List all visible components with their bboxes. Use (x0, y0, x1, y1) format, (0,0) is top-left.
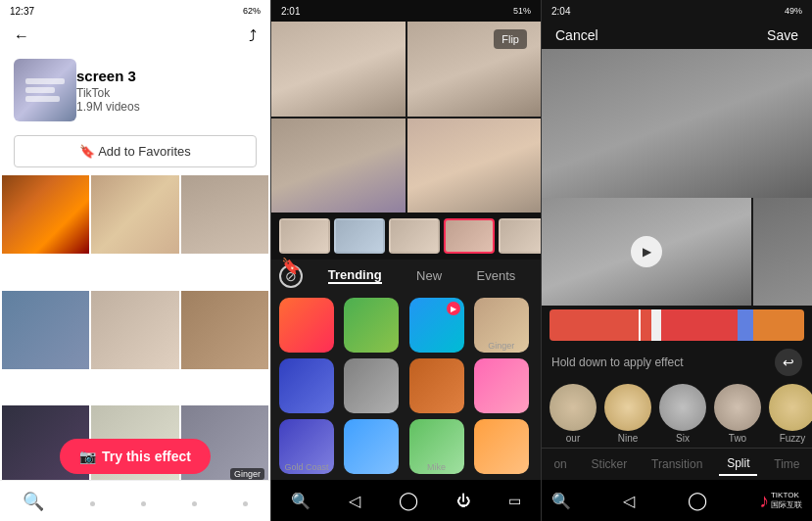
tab-on[interactable]: on (546, 453, 574, 475)
effect-icon-goldcoast[interactable]: Gold Coast (279, 419, 334, 474)
screen2-status-bar: 2:01 51% (271, 0, 541, 22)
hold-text: Hold down to apply effect (551, 355, 684, 369)
effect-col-5: Fuzzy (769, 384, 812, 444)
home-icon[interactable]: ◯ (399, 490, 418, 511)
effect-info: screen 3 TikTok 1.9M videos (76, 68, 140, 114)
tab-time[interactable]: Time (766, 453, 807, 475)
search-icon[interactable]: 🔍 (23, 491, 44, 512)
preview-bottom-video: ▶ (542, 198, 751, 306)
effect-circle[interactable] (549, 384, 597, 431)
preset-item[interactable] (279, 218, 330, 254)
search-icon[interactable]: 🔍 (291, 492, 310, 510)
effect-icon[interactable] (279, 298, 334, 353)
grid-item[interactable] (181, 291, 268, 369)
undo-button[interactable]: ↩ (775, 349, 802, 376)
tab-events[interactable]: Events (477, 268, 516, 283)
preview-bottom-strip: ▶ (542, 198, 812, 306)
effect-circle[interactable] (769, 384, 812, 431)
camera-preview (271, 22, 541, 213)
effect-icon[interactable]: ▶ (409, 298, 464, 353)
effects-tabs: Trending New Events (310, 261, 533, 290)
effect-icon[interactable] (344, 419, 399, 474)
try-effect-button[interactable]: 📷 Try this effect (60, 439, 211, 474)
back-icon[interactable]: ◁ (349, 492, 360, 510)
add-favorites-label: Add to Favorites (98, 144, 191, 159)
effect-icon-ginger[interactable]: Ginger (474, 298, 529, 353)
video-preview: ▶ (542, 49, 812, 306)
save-button[interactable]: Save (767, 27, 798, 43)
effect-icon[interactable] (344, 358, 399, 413)
search-icon[interactable]: 🔍 (551, 492, 571, 510)
grid-item[interactable] (91, 291, 178, 369)
home-icon[interactable]: ◯ (688, 490, 707, 511)
cam-cell-bottomright (407, 118, 542, 213)
back-icon[interactable] (14, 27, 29, 45)
timeline-segment-blue (738, 309, 753, 341)
effect-label: Two (729, 433, 746, 444)
effect-icon[interactable] (279, 358, 334, 413)
effect-circle[interactable] (659, 384, 706, 431)
effects-grid: ▶ Ginger Gold Coast Mike (271, 292, 541, 480)
effect-icon[interactable] (344, 298, 399, 353)
tab-split[interactable]: Split (719, 452, 757, 476)
nav-dot-2 (141, 493, 146, 510)
tab-transition[interactable]: Transition (644, 453, 710, 475)
preset-item[interactable] (389, 218, 440, 254)
grid-item[interactable] (2, 291, 89, 369)
screen1-status-icons: 62% (243, 6, 261, 16)
preset-item[interactable] (499, 218, 541, 254)
bookmark-icon[interactable]: 🔖 (281, 258, 301, 274)
nav-dot-3 (192, 493, 197, 510)
goldcoast-label: Gold Coast (279, 462, 334, 472)
screen1: 12:37 62% screen 3 TikTok 1.9M videos 🔖 … (0, 0, 270, 521)
flip-button[interactable]: Flip (494, 29, 527, 49)
square-icon[interactable]: ▭ (508, 493, 521, 508)
effect-icon[interactable] (474, 419, 529, 474)
screen2-battery: 51% (513, 6, 531, 16)
preset-item-active[interactable] (444, 218, 495, 254)
timeline-segment-red1 (549, 309, 651, 341)
timeline-segment-orange (753, 309, 804, 341)
cam-cell-topleft (271, 22, 406, 117)
cancel-button[interactable]: Cancel (555, 27, 598, 43)
effect-icon[interactable] (409, 358, 464, 413)
effect-label: Fuzzy (780, 433, 806, 444)
grid-item[interactable] (91, 175, 178, 254)
screen3-status-bar: 2:04 49% (542, 0, 812, 22)
tab-sticker[interactable]: Sticker (584, 453, 636, 475)
effect-icon[interactable] (474, 358, 529, 413)
timeline-segment-white (651, 309, 661, 341)
effect-icon-mike[interactable]: Mike (409, 419, 464, 474)
back-icon[interactable]: ◁ (623, 492, 635, 510)
effect-author: TikTok (76, 86, 140, 100)
tab-new[interactable]: New (416, 268, 442, 283)
bookmark-icon: 🔖 (79, 144, 95, 159)
timeline-segment-red2 (661, 309, 738, 341)
grid-item[interactable] (2, 175, 89, 254)
screen3-topbar: Cancel Save (542, 22, 812, 49)
screen1-time: 12:37 (10, 6, 34, 17)
play-button[interactable]: ▶ (631, 236, 662, 267)
effect-views: 1.9M videos (76, 100, 140, 114)
effects-row: our Nine Six Two Fuzzy Three (542, 380, 812, 448)
effect-label: our (566, 433, 580, 444)
timeline[interactable] (549, 309, 804, 341)
screen2-status-icons: 51% (513, 6, 531, 16)
tab-trending[interactable]: Trending (328, 267, 382, 284)
effect-label: Nine (618, 433, 639, 444)
screen3-time: 2:04 (551, 6, 570, 17)
effect-col-1: our (549, 384, 597, 444)
share-icon[interactable] (249, 27, 257, 45)
grid-item[interactable] (181, 175, 268, 254)
play-icon: ▶ (643, 245, 651, 259)
preview-top-video (542, 49, 812, 198)
add-favorites-button[interactable]: 🔖 Add to Favorites (14, 135, 257, 167)
power-icon[interactable]: ⏻ (456, 493, 470, 508)
preset-item[interactable] (334, 218, 385, 254)
effect-circle[interactable] (714, 384, 761, 431)
effect-circle[interactable] (604, 384, 651, 431)
effect-col-4: Two (714, 384, 761, 444)
screen1-status-bar: 12:37 62% (0, 0, 270, 22)
screen2: 2:01 51% Flip 🔖 ⊘ Trending New Events ▶ (270, 0, 542, 521)
tiktok-logo: ♪ TIKTOK国际互联 (759, 490, 802, 512)
